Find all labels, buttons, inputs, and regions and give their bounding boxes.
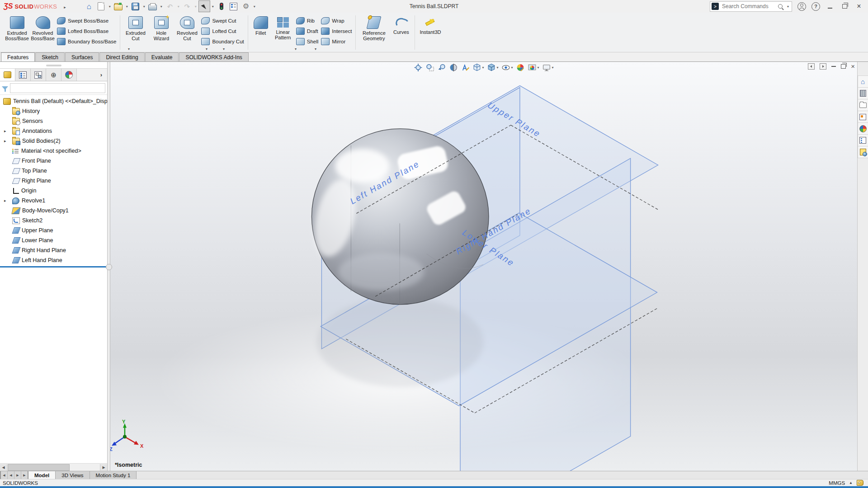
scroll-left-arrow[interactable]: ◀ <box>0 464 7 471</box>
tab-direct-editing[interactable]: Direct Editing <box>99 52 144 61</box>
instant3d-button[interactable]: Instant3D <box>417 14 443 35</box>
new-document-button[interactable] <box>95 0 107 12</box>
tab-display-manager[interactable] <box>61 69 77 81</box>
tree-root-part[interactable]: Tennis Ball (Default) <<Default>_Displ <box>0 96 107 106</box>
search-icon[interactable] <box>778 4 783 9</box>
lofted-cut-button[interactable]: Lofted Cut <box>201 28 244 35</box>
curves-dropdown-arrow[interactable]: ▾ <box>315 47 316 51</box>
extruded-boss-base-button[interactable]: Extruded Boss/Base <box>4 14 30 41</box>
tab-3d-views[interactable]: 3D Views <box>56 471 90 479</box>
3d-scene[interactable]: Upper Plane Left Hand Plane Right Hand P… <box>110 62 857 471</box>
previous-tab-button[interactable]: ◀ <box>8 471 14 479</box>
taskpane-home-button[interactable]: ⌂ <box>858 75 868 88</box>
minimize-button[interactable] <box>826 3 835 10</box>
dropdown-arrow[interactable]: ▾ <box>552 66 554 70</box>
home-button[interactable]: ⌂ <box>83 0 95 12</box>
dropdown-arrow[interactable]: ▾ <box>511 66 513 70</box>
tree-item-sketch2[interactable]: Sketch2 <box>0 216 107 225</box>
view-annotations-button[interactable] <box>461 63 469 72</box>
split-pane-right-icon[interactable] <box>820 63 826 70</box>
scroll-right-arrow[interactable]: ▶ <box>100 464 107 471</box>
tab-evaluate[interactable]: Evaluate <box>145 52 179 61</box>
dropdown-arrow[interactable]: ▾ <box>482 66 484 70</box>
apply-scene-button[interactable]: ▾ <box>528 63 539 72</box>
tree-item-history[interactable]: History <box>0 106 107 116</box>
split-pane-left-icon[interactable] <box>808 63 815 70</box>
open-button[interactable] <box>113 0 124 12</box>
filter-input[interactable] <box>10 83 105 93</box>
expand-arrow-icon[interactable]: ▸ <box>4 139 6 143</box>
search-dropdown-arrow[interactable]: ▾ <box>786 5 790 9</box>
tree-item-sensors[interactable]: Sensors <box>0 116 107 126</box>
rollback-bar[interactable] <box>0 266 107 267</box>
undo-button[interactable]: ↶ <box>164 0 176 12</box>
draft-button[interactable]: Draft <box>296 28 319 35</box>
zoom-to-fit-button[interactable] <box>414 63 422 72</box>
intersect-button[interactable]: Intersect <box>321 28 352 35</box>
rib-button[interactable]: Rib <box>296 17 319 24</box>
tree-item-revolve1[interactable]: ▸Revolve1 <box>0 196 107 206</box>
tab-solidworks-add-ins[interactable]: SOLIDWORKS Add-Ins <box>179 52 248 61</box>
view-settings-button[interactable]: ▾ <box>542 63 554 72</box>
revolved-boss-base-button[interactable]: Revolved Boss/Base <box>30 14 56 41</box>
lofted-boss-base-button[interactable]: Lofted Boss/Base <box>57 28 116 35</box>
tree-item-origin[interactable]: Origin <box>0 186 107 196</box>
linear-pattern-button[interactable]: Linear Pattern <box>271 14 295 40</box>
cut-stack-dropdown-arrow[interactable]: ▾ <box>206 47 208 51</box>
expand-arrow-icon[interactable]: ▸ <box>4 198 6 203</box>
wrap-button[interactable]: Wrap <box>321 17 352 24</box>
previous-view-button[interactable] <box>437 63 446 72</box>
dropdown-arrow[interactable]: ▾ <box>496 66 498 70</box>
first-tab-button[interactable]: ◀ <box>0 471 8 479</box>
tab-features[interactable]: Features <box>1 52 35 61</box>
panel-collapse-handle[interactable] <box>106 264 112 270</box>
graphics-viewport[interactable]: Upper Plane Left Hand Plane Right Hand P… <box>110 62 857 471</box>
tab-featuremanager-tree[interactable] <box>0 69 15 81</box>
taskpane-appearances-button[interactable] <box>858 123 868 135</box>
taskpane-custom-properties-button[interactable] <box>858 135 868 146</box>
menu-flyout-arrow[interactable]: ▸ <box>64 5 66 9</box>
tree-item-solid-bodies[interactable]: ▸Solid Bodies(2) <box>0 136 107 146</box>
swept-boss-base-button[interactable]: Swept Boss/Base <box>57 17 116 24</box>
next-tab-button[interactable]: ▶ <box>14 471 21 479</box>
boundary-boss-base-button[interactable]: Boundary Boss/Base <box>57 38 116 45</box>
save-button[interactable] <box>130 0 142 12</box>
zoom-to-area-button[interactable] <box>425 63 434 72</box>
doc-minimize-button[interactable] <box>831 66 836 67</box>
file-properties-button[interactable] <box>228 0 240 12</box>
new-dropdown-arrow[interactable]: ▾ <box>108 5 112 9</box>
tab-configuration-manager[interactable] <box>31 69 46 81</box>
tab-property-manager[interactable] <box>15 69 31 81</box>
tree-item-upper-plane[interactable]: Upper Plane <box>0 225 107 235</box>
mirror-button[interactable]: Mirror <box>321 38 352 45</box>
options-button[interactable]: ⚙ <box>240 0 252 12</box>
taskpane-design-library-button[interactable] <box>858 88 868 99</box>
last-tab-button[interactable]: ▶ <box>21 471 28 479</box>
open-dropdown-arrow[interactable]: ▾ <box>125 5 129 9</box>
close-button[interactable]: × <box>854 2 863 10</box>
edit-appearance-button[interactable] <box>516 63 525 72</box>
hole-wizard-dropdown-arrow[interactable]: ▾ <box>128 47 130 51</box>
tab-model[interactable]: Model <box>28 471 56 479</box>
tree-item-top-plane[interactable]: Top Plane <box>0 166 107 176</box>
tag-icon[interactable] <box>857 480 863 486</box>
scrollbar-thumb[interactable] <box>8 464 70 471</box>
tree-item-front-plane[interactable]: Front Plane <box>0 156 107 166</box>
tree-item-material[interactable]: Material <not specified> <box>0 146 107 156</box>
search-input[interactable] <box>721 3 776 10</box>
doc-close-button[interactable]: × <box>851 64 855 69</box>
extruded-cut-button[interactable]: Extruded Cut <box>123 14 148 41</box>
search-commands-box[interactable]: > ▾ <box>710 1 792 12</box>
view-orientation-button[interactable]: ▾ <box>472 63 484 72</box>
cut-stack-dropdown-arrow-2[interactable]: ▾ <box>223 47 225 51</box>
tab-surfaces[interactable]: Surfaces <box>65 52 99 61</box>
help-icon[interactable] <box>811 2 820 11</box>
panel-grip[interactable] <box>46 65 61 66</box>
expand-arrow-icon[interactable]: ▸ <box>4 129 6 133</box>
reference-geometry-button[interactable]: Reference Geometry <box>358 14 390 41</box>
reference-geometry-dropdown-arrow[interactable]: ▾ <box>295 47 297 51</box>
tree-item-annotations[interactable]: ▸Annotations <box>0 126 107 136</box>
tab-dimxpert-manager[interactable]: ⊕ <box>46 69 61 81</box>
rebuild-button[interactable] <box>216 0 227 12</box>
hide-show-items-button[interactable]: ▾ <box>501 63 513 72</box>
